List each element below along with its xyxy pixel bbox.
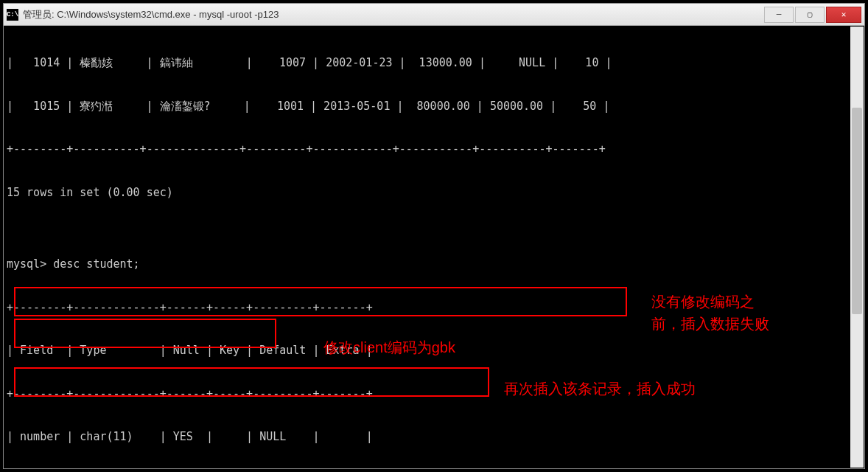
cmd-icon: C:\ [7, 9, 18, 21]
window-controls: ─ ▢ ✕ [764, 7, 861, 23]
scrollbar-thumb[interactable] [852, 108, 862, 314]
terminal-row: | number | char(11) | YES | | NULL | | [7, 430, 861, 445]
close-button[interactable]: ✕ [826, 7, 861, 23]
scrollbar[interactable] [850, 27, 864, 468]
terminal-prompt: mysql> desc student; [7, 257, 861, 272]
titlebar[interactable]: C:\ 管理员: C:\Windows\system32\cmd.exe - m… [4, 4, 864, 26]
terminal-row: +--------+-------------+------+-----+---… [7, 387, 861, 402]
terminal-row: | 1014 | 榛勫姟 | 鎬讳紬 | 1007 | 2002-01-23 |… [7, 56, 861, 71]
minimize-button[interactable]: ─ [764, 7, 794, 23]
maximize-button[interactable]: ▢ [795, 7, 825, 23]
terminal-row: +--------+----------+--------------+----… [7, 142, 861, 157]
terminal-row: | 1015 | 寮犳湉 | 瀹滀錾锻? | 1001 | 2013-05-01… [7, 100, 861, 114]
terminal-row: | Field | Type | Null | Key | Default | … [7, 344, 861, 358]
window-title: 管理员: C:\Windows\system32\cmd.exe - mysql… [23, 8, 764, 21]
terminal-row: +--------+-------------+------+-----+---… [7, 301, 861, 316]
terminal-area[interactable]: | 1014 | 榛勫姟 | 鎬讳紬 | 1007 | 2002-01-23 |… [4, 26, 864, 468]
terminal-row: 15 rows in set (0.00 sec) [7, 186, 861, 201]
cmd-window: C:\ 管理员: C:\Windows\system32\cmd.exe - m… [3, 3, 865, 469]
